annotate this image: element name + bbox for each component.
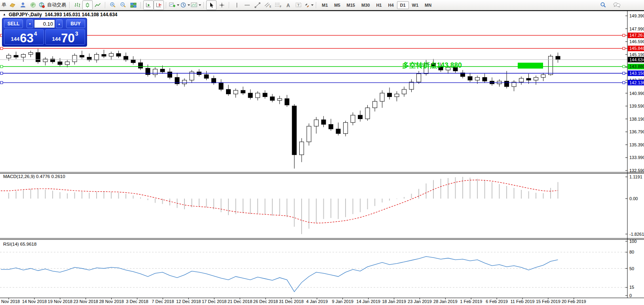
timeframe-m15-button[interactable]: M15: [344, 1, 358, 9]
date-axis: 9 Nov 201814 Nov 201819 Nov 201823 Nov 2…: [0, 298, 586, 304]
main-toolbar: 单 自动交易: [0, 0, 644, 10]
sell-price-pip: 4: [34, 30, 37, 37]
svg-text:133.990: 133.990: [629, 155, 644, 160]
svg-text:139.590: 139.590: [629, 104, 644, 108]
pivot-annotation-text[interactable]: 多空转折点143.880: [402, 61, 462, 69]
svg-text:147.990: 147.990: [629, 27, 644, 31]
new-order-button[interactable]: [7, 0, 17, 10]
line-chart-icon: [95, 2, 101, 8]
profile-button[interactable]: [17, 0, 28, 10]
svg-text:23 Nov 2018: 23 Nov 2018: [74, 299, 98, 304]
chart-shift-icon: [156, 2, 162, 8]
svg-text:14 Jan 2019: 14 Jan 2019: [356, 299, 380, 304]
zoom-in-button[interactable]: [108, 0, 118, 10]
svg-text:147.267: 147.267: [629, 33, 644, 38]
data-window-icon: [30, 2, 36, 8]
text-button[interactable]: A: [283, 0, 293, 10]
chat-button[interactable]: [612, 0, 622, 10]
svg-text:15 Feb 2019: 15 Feb 2019: [536, 299, 560, 304]
svg-text:0: 0: [629, 293, 632, 298]
auto-trading-label: 自动交易: [47, 2, 66, 8]
timeframe-m5-button[interactable]: M5: [331, 1, 343, 9]
svg-text:7 Dec 2018: 7 Dec 2018: [152, 299, 174, 304]
search-button[interactable]: [598, 0, 608, 10]
svg-text:0.00: 0.00: [629, 196, 638, 201]
equidistant-channel-button[interactable]: E: [262, 0, 273, 10]
zoom-out-button[interactable]: [118, 0, 128, 10]
svg-text:T: T: [297, 3, 300, 7]
chart-area[interactable]: 149.390147.990146.590145.190143.790142.3…: [0, 0, 644, 305]
new-order-icon: [9, 2, 16, 8]
arrows-icon: [304, 2, 310, 8]
timeframe-m1-button[interactable]: M1: [319, 1, 331, 9]
bar-chart-icon: [74, 2, 80, 8]
crosshair-icon: [219, 2, 225, 8]
fibonacci-button[interactable]: F: [273, 0, 283, 10]
sell-price-big: 63: [20, 33, 33, 44]
equidistant-channel-icon: E: [264, 2, 271, 8]
svg-text:17 Dec 2018: 17 Dec 2018: [202, 299, 226, 304]
timeframe-mn-button[interactable]: MN: [422, 1, 435, 9]
svg-text:28 Nov 2018: 28 Nov 2018: [99, 299, 123, 304]
panel-gap: [63, 19, 65, 28]
candlestick-chart-icon: [84, 2, 91, 8]
timeframe-m30-button[interactable]: M30: [358, 1, 373, 9]
arrows-button[interactable]: [304, 0, 314, 10]
zoom-out-icon: [120, 2, 127, 8]
sell-price-tile[interactable]: 144 63 4: [4, 29, 44, 45]
svg-text:100: 100: [629, 239, 636, 244]
bar-chart-button[interactable]: [72, 0, 82, 10]
tile-windows-button[interactable]: [128, 0, 139, 10]
buy-price-tile[interactable]: 144 70 3: [45, 29, 85, 45]
tile-windows-icon: [130, 2, 137, 8]
search-icon: [600, 2, 606, 8]
line-chart-button[interactable]: [93, 0, 103, 10]
svg-text:136.790: 136.790: [629, 129, 644, 134]
periods-button[interactable]: [180, 0, 190, 10]
rsi-indicator-label: RSI(14) 65.9618: [3, 242, 36, 246]
timeframe-w1-button[interactable]: W1: [409, 1, 422, 9]
svg-text:12 Dec 2018: 12 Dec 2018: [176, 299, 201, 304]
timeframe-h1-button[interactable]: H1: [373, 1, 385, 9]
svg-text:80: 80: [629, 250, 634, 254]
svg-text:9 Jan 2019: 9 Jan 2019: [332, 299, 353, 304]
auto-scroll-button[interactable]: [143, 0, 154, 10]
volume-decrease-button[interactable]: ▼: [27, 19, 33, 28]
dropdown-caret-icon: [311, 4, 313, 6]
auto-scroll-icon: [145, 2, 152, 8]
svg-text:140.990: 140.990: [629, 91, 644, 96]
data-window-button[interactable]: [28, 0, 38, 10]
vertical-line-button[interactable]: [232, 0, 242, 10]
buy-price-big: 70: [61, 33, 74, 44]
buy-button[interactable]: BUY: [66, 19, 85, 28]
chart-shift-button[interactable]: [154, 0, 164, 10]
collapse-triangle-icon[interactable]: ▲: [3, 13, 6, 16]
candlestick-chart-button[interactable]: [82, 0, 93, 10]
auto-trading-button[interactable]: 自动交易: [38, 0, 67, 10]
highlight-zone-box[interactable]: [518, 63, 543, 68]
svg-text:21 Dec 2018: 21 Dec 2018: [228, 299, 252, 304]
crosshair-button[interactable]: [217, 0, 227, 10]
vertical-line-icon: [234, 2, 239, 8]
timeframe-d1-button[interactable]: D1: [397, 1, 409, 9]
dropdown-caret-icon: [199, 4, 201, 6]
volume-increase-button[interactable]: ▲: [56, 19, 63, 28]
text-label-icon: T: [295, 2, 302, 8]
volume-input[interactable]: [34, 19, 55, 28]
order-menu-label[interactable]: 单: [2, 2, 6, 8]
trendline-button[interactable]: [252, 0, 262, 10]
horizontal-line-button[interactable]: [242, 0, 252, 10]
profile-icon: [19, 2, 26, 8]
svg-text:6 Feb 2019: 6 Feb 2019: [486, 299, 508, 304]
horizontal-line-icon: [244, 2, 250, 8]
indicators-button[interactable]: [169, 0, 180, 10]
svg-text:145.848: 145.848: [629, 46, 644, 51]
templates-button[interactable]: [190, 0, 201, 10]
sell-price-prefix: 144: [11, 36, 20, 42]
timeframe-h4-button[interactable]: H4: [385, 1, 397, 9]
text-label-button[interactable]: T: [293, 0, 304, 10]
dropdown-caret-icon: [177, 4, 179, 6]
cursor-button[interactable]: [206, 0, 217, 10]
buy-price-pip: 3: [75, 30, 78, 37]
sell-button[interactable]: SELL: [4, 19, 23, 28]
